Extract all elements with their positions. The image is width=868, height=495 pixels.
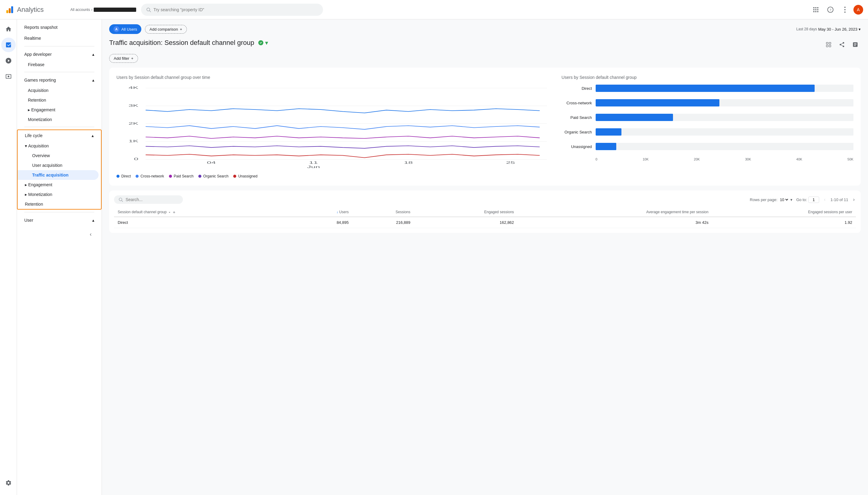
cell-engaged: 162,862 bbox=[414, 217, 518, 228]
table-search-input[interactable] bbox=[125, 197, 179, 202]
nav-explore-button[interactable] bbox=[1, 53, 16, 68]
col-engaged-per-user[interactable]: Engaged sessions per user bbox=[712, 207, 856, 217]
svg-rect-24 bbox=[827, 45, 828, 47]
line-chart-title: Users by Session default channel group o… bbox=[117, 75, 554, 80]
user-section-label: User bbox=[24, 218, 33, 223]
sidebar-section-games-reporting[interactable]: Games reporting ▴ bbox=[17, 74, 102, 86]
nav-home-button[interactable] bbox=[1, 22, 16, 36]
col-engaged-sessions[interactable]: Engaged sessions bbox=[414, 207, 518, 217]
customize-report-button[interactable] bbox=[823, 39, 834, 50]
more-vert-icon-button[interactable] bbox=[839, 4, 851, 16]
svg-text:18: 18 bbox=[404, 161, 413, 165]
bar-chart-title: Users by Session default channel group bbox=[562, 75, 853, 80]
svg-rect-1 bbox=[9, 8, 11, 13]
line-direct bbox=[145, 108, 540, 113]
legend-unassigned: Unassigned bbox=[233, 174, 257, 178]
sidebar-item-games-monetization[interactable]: Monetization bbox=[17, 115, 102, 124]
col-dropdown-icon[interactable] bbox=[168, 210, 171, 214]
svg-rect-8 bbox=[813, 9, 815, 10]
svg-rect-13 bbox=[817, 11, 819, 12]
sidebar-item-lifecycle-retention[interactable]: Retention bbox=[18, 199, 101, 209]
col-sessions[interactable]: Sessions bbox=[352, 207, 414, 217]
bar-x-50k: 50K bbox=[847, 157, 853, 161]
bar-x-0: 0 bbox=[596, 157, 597, 161]
sidebar-item-games-retention[interactable]: Retention bbox=[17, 95, 102, 105]
col-avg-engagement[interactable]: Average engagement time per session bbox=[518, 207, 712, 217]
share-button[interactable] bbox=[836, 39, 847, 50]
legend-dot-unassigned bbox=[233, 175, 236, 178]
bar-row-paid-search: Paid Search bbox=[562, 114, 853, 121]
nav-advertising-button[interactable] bbox=[1, 69, 16, 84]
sidebar-item-user-acquisition[interactable]: User acquisition bbox=[18, 160, 101, 170]
go-to-input[interactable] bbox=[808, 197, 819, 203]
bar-row-organic-search: Organic Search bbox=[562, 128, 853, 136]
svg-rect-2 bbox=[11, 6, 13, 13]
table-search[interactable] bbox=[114, 195, 183, 204]
go-to-label: Go to: bbox=[796, 198, 807, 202]
date-range[interactable]: Last 28 days May 30 - Jun 26, 2023 ▾ bbox=[796, 27, 861, 32]
insights-button[interactable] bbox=[850, 39, 861, 50]
sidebar-item-overview[interactable]: Overview bbox=[18, 151, 101, 160]
bar-fill-organic-search bbox=[596, 128, 621, 136]
legend-direct: Direct bbox=[117, 174, 131, 178]
monetization-sub-label: Monetization bbox=[28, 192, 52, 197]
next-page-button[interactable]: › bbox=[852, 195, 856, 204]
sidebar-item-lifecycle-acquisition[interactable]: ▾ Acquisition bbox=[18, 141, 101, 151]
sidebar-collapse-button[interactable]: ‹ bbox=[85, 228, 97, 240]
line-organic-search bbox=[145, 146, 540, 148]
user-chevron-icon: ▴ bbox=[92, 218, 94, 223]
legend-dot-paid-search bbox=[169, 175, 172, 178]
date-dropdown-icon: ▾ bbox=[858, 27, 861, 32]
col-users[interactable]: ↓ Users bbox=[297, 207, 352, 217]
line-unassigned bbox=[145, 154, 540, 158]
col-add-icon[interactable] bbox=[172, 210, 176, 214]
add-filter-button[interactable]: Add filter + bbox=[109, 54, 138, 63]
add-comparison-button[interactable]: Add comparison + bbox=[145, 25, 187, 34]
lifecycle-section: Life cycle ▴ ▾ Acquisition Overview User… bbox=[17, 130, 102, 209]
sidebar-section-lifecycle[interactable]: Life cycle ▴ bbox=[18, 130, 101, 141]
legend-paid-search: Paid Search bbox=[169, 174, 193, 178]
sidebar-item-reports-snapshot[interactable]: Reports snapshot bbox=[17, 22, 102, 33]
dropdown-chevron-icon[interactable]: ▾ bbox=[265, 39, 268, 46]
sidebar-item-lifecycle-monetization[interactable]: ▸ Monetization bbox=[18, 190, 101, 199]
table-search-icon bbox=[118, 197, 123, 202]
nav-settings-button[interactable] bbox=[1, 476, 16, 490]
sidebar-item-lifecycle-engagement[interactable]: ▸ Engagement bbox=[18, 180, 101, 190]
col-session-channel[interactable]: Session default channel group bbox=[114, 207, 297, 217]
legend-organic-search: Organic Search bbox=[198, 174, 228, 178]
legend-label-cross-network: Cross-network bbox=[140, 174, 164, 178]
svg-rect-12 bbox=[815, 11, 816, 12]
monetization-chevron-icon: ▸ bbox=[25, 192, 27, 197]
breadcrumb-account-masked bbox=[94, 7, 136, 12]
sidebar-item-firebase[interactable]: Firebase bbox=[17, 60, 102, 69]
nav-reports-button[interactable] bbox=[1, 38, 16, 52]
sidebar-section-app-developer[interactable]: App developer ▴ bbox=[17, 49, 102, 60]
sidebar-item-realtime[interactable]: Realtime bbox=[17, 33, 102, 44]
bar-fill-unassigned bbox=[596, 143, 616, 150]
legend-cross-network: Cross-network bbox=[136, 174, 164, 178]
sidebar-item-traffic-acquisition[interactable]: Traffic acquisition bbox=[18, 170, 99, 180]
prev-page-button[interactable]: ‹ bbox=[823, 195, 827, 204]
bar-track-unassigned bbox=[596, 143, 853, 150]
svg-rect-5 bbox=[813, 7, 815, 8]
user-avatar[interactable]: A bbox=[853, 5, 863, 15]
svg-rect-22 bbox=[827, 42, 828, 44]
search-input[interactable] bbox=[154, 7, 318, 12]
line-chart-area: Users by Session default channel group o… bbox=[117, 75, 554, 178]
apps-icon-button[interactable] bbox=[810, 4, 822, 16]
search-bar[interactable] bbox=[141, 4, 323, 16]
all-users-chip[interactable]: A All Users bbox=[109, 24, 141, 34]
help-icon-button[interactable]: ? bbox=[824, 4, 836, 16]
games-reporting-label: Games reporting bbox=[24, 78, 56, 83]
add-comparison-label: Add comparison bbox=[150, 27, 178, 32]
rows-per-page-select[interactable]: 10 25 50 bbox=[779, 197, 789, 202]
sidebar-item-games-acquisition[interactable]: Acquisition bbox=[17, 86, 102, 95]
table-area: Rows per page: 10 25 50 ▾ Go to: ‹ 1-10 … bbox=[109, 190, 861, 233]
left-nav bbox=[0, 19, 17, 495]
breadcrumb-all-accounts[interactable]: All accounts bbox=[70, 7, 90, 12]
bar-x-40k: 40K bbox=[796, 157, 802, 161]
sidebar-divider-2 bbox=[24, 72, 94, 72]
app-developer-label: App developer bbox=[24, 52, 52, 57]
sidebar-section-user[interactable]: User ▴ bbox=[17, 215, 102, 226]
sidebar-item-games-engagement[interactable]: ▸ Engagement bbox=[17, 105, 102, 115]
